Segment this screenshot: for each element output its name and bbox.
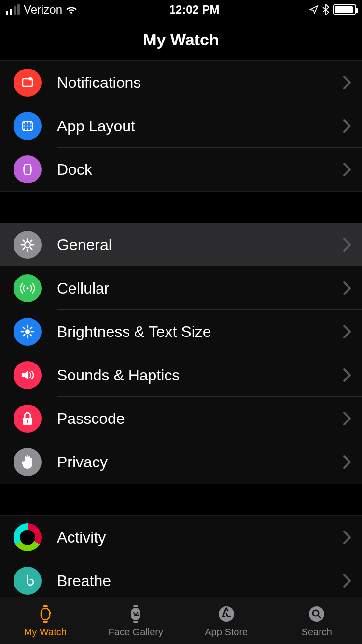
carrier-label: Verizon [24, 3, 62, 16]
hand-icon [14, 448, 42, 476]
svg-point-1 [29, 77, 32, 81]
lock-icon [14, 405, 42, 433]
tab-face-gallery[interactable]: Face Gallery [91, 597, 181, 644]
row-label: Breathe [57, 572, 343, 590]
svg-line-31 [23, 327, 25, 329]
svg-line-17 [30, 248, 32, 249]
chevron-right-icon [343, 324, 351, 339]
row-label: Sounds & Haptics [57, 366, 343, 384]
page-title: My Watch [0, 19, 362, 61]
status-bar: Verizon 12:02 PM [0, 0, 362, 19]
svg-rect-37 [41, 608, 50, 620]
activity-rings-icon [14, 523, 42, 551]
row-notifications[interactable]: Notifications [0, 61, 362, 104]
svg-point-24 [26, 287, 28, 289]
row-privacy[interactable]: Privacy [0, 440, 362, 484]
row-sounds[interactable]: Sounds & Haptics [0, 353, 362, 397]
svg-point-9 [30, 122, 32, 124]
svg-point-15 [25, 242, 30, 248]
chevron-right-icon [343, 574, 351, 588]
svg-rect-14 [31, 167, 32, 172]
row-dock[interactable]: Dock [0, 148, 362, 191]
chevron-right-icon [343, 162, 351, 177]
status-left: Verizon [6, 3, 80, 16]
svg-point-4 [23, 125, 25, 127]
row-label: Dock [57, 161, 343, 179]
tab-search[interactable]: Search [272, 597, 362, 644]
svg-rect-43 [133, 621, 138, 623]
chevron-right-icon [343, 530, 351, 545]
svg-point-25 [25, 329, 30, 334]
row-activity[interactable]: Activity [0, 516, 362, 559]
row-label: Privacy [57, 453, 343, 471]
tab-app-store[interactable]: App Store [181, 597, 272, 644]
watch-icon [35, 603, 56, 625]
chevron-right-icon [343, 411, 351, 426]
chevron-right-icon [343, 119, 351, 133]
row-brightness[interactable]: Brightness & Text Size [0, 310, 362, 353]
row-label: General [57, 236, 343, 254]
svg-point-11 [30, 128, 32, 130]
row-general[interactable]: General [0, 223, 362, 266]
row-label: Notifications [57, 74, 343, 92]
svg-point-7 [27, 125, 28, 127]
notifications-icon [14, 69, 42, 97]
row-cellular[interactable]: Cellular [0, 266, 362, 310]
svg-rect-39 [43, 621, 48, 623]
svg-point-8 [27, 128, 28, 130]
bluetooth-icon [322, 4, 329, 15]
tab-label: Search [302, 627, 332, 638]
svg-rect-12 [24, 165, 31, 174]
svg-rect-38 [43, 605, 48, 607]
brightness-icon [14, 318, 42, 346]
row-label: Passcode [57, 410, 343, 428]
tab-label: App Store [205, 627, 248, 638]
gear-icon [14, 231, 42, 259]
status-right [309, 4, 356, 15]
tab-label: My Watch [24, 627, 67, 638]
settings-list[interactable]: NotificationsApp LayoutDockGeneralCellul… [0, 61, 362, 597]
app-store-icon [216, 603, 237, 625]
row-label: Brightness & Text Size [57, 323, 343, 341]
svg-line-33 [30, 327, 32, 329]
svg-point-10 [30, 125, 32, 127]
chevron-right-icon [343, 455, 351, 469]
row-label: App Layout [57, 117, 343, 135]
chevron-right-icon [343, 75, 351, 90]
face-gallery-icon [125, 603, 146, 625]
svg-line-29 [23, 335, 25, 336]
svg-point-45 [309, 606, 324, 622]
row-breathe[interactable]: Breathe [0, 559, 362, 597]
breathe-icon [14, 567, 42, 595]
grid-icon [14, 112, 42, 140]
svg-line-27 [30, 335, 32, 336]
chevron-right-icon [343, 368, 351, 382]
wifi-icon [66, 4, 80, 15]
tab-my-watch[interactable]: My Watch [0, 597, 91, 644]
chevron-right-icon [343, 238, 351, 252]
svg-line-19 [23, 248, 25, 249]
svg-rect-40 [50, 612, 51, 614]
svg-line-23 [30, 240, 32, 242]
row-app-layout[interactable]: App Layout [0, 104, 362, 148]
speaker-icon [14, 361, 42, 389]
status-time: 12:02 PM [169, 3, 220, 16]
cellular-icon [14, 274, 42, 302]
tab-label: Face Gallery [109, 627, 163, 638]
row-label: Activity [57, 529, 343, 546]
tab-bar: My WatchFace GalleryApp StoreSearch [0, 597, 362, 644]
row-passcode[interactable]: Passcode [0, 397, 362, 440]
location-icon [309, 5, 319, 14]
svg-point-5 [23, 128, 25, 130]
dock-icon [14, 155, 42, 183]
chevron-right-icon [343, 281, 351, 295]
battery-icon [333, 4, 356, 15]
svg-point-6 [27, 122, 28, 124]
svg-rect-36 [27, 421, 28, 423]
search-icon [306, 603, 327, 625]
cell-signal-icon [6, 4, 20, 15]
svg-point-3 [23, 122, 25, 124]
svg-line-21 [23, 240, 25, 242]
row-label: Cellular [57, 280, 343, 297]
svg-rect-42 [133, 605, 138, 607]
